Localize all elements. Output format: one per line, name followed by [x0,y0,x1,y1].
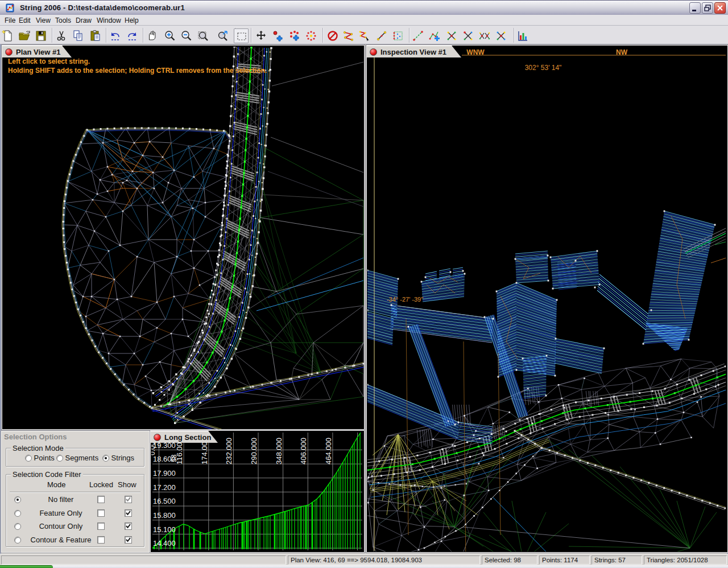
svg-text:348.000: 348.000 [275,438,283,464]
svg-text:16.500: 16.500 [153,497,176,505]
svg-text:14.400: 14.400 [153,539,176,548]
svg-text:Holding SHIFT adds to the sele: Holding SHIFT adds to the selection; Hol… [8,67,267,75]
svg-text:406.000: 406.000 [299,438,308,464]
svg-text:58: 58 [170,454,178,462]
svg-text:15.100: 15.100 [153,525,176,534]
svg-text:NW: NW [616,48,628,56]
svg-text:302° 53' 14": 302° 53' 14" [525,64,562,72]
svg-text:15.800: 15.800 [153,511,176,520]
svg-text:464.000: 464.000 [324,438,333,464]
svg-text:290.000: 290.000 [250,438,258,464]
svg-text:WNW: WNW [466,48,485,56]
svg-text:0.00: 0.00 [151,442,156,455]
svg-text:17.900: 17.900 [153,469,176,478]
svg-text:-34° -27' -39": -34° -27' -39" [387,296,423,303]
svg-text:Left click to select string.: Left click to select string. [8,57,90,65]
svg-text:17.200: 17.200 [153,483,176,492]
svg-text:232.000: 232.000 [225,438,233,464]
